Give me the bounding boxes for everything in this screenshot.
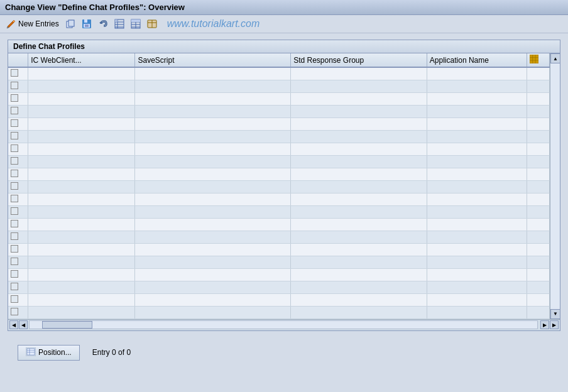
title-bar: Change View "Define Chat Profiles": Over… <box>0 0 568 15</box>
row-selector[interactable] <box>11 132 18 139</box>
title-text: Change View "Define Chat Profiles": Over… <box>5 3 185 12</box>
row-selector[interactable] <box>11 308 18 315</box>
cell-app-name <box>427 105 527 117</box>
svg-rect-1 <box>68 20 74 26</box>
panel-header: Define Chat Profiles <box>8 40 560 53</box>
scroll-down-button[interactable]: ▼ <box>550 309 560 319</box>
scroll-left-first-button[interactable]: ◀ <box>9 320 18 329</box>
cell-std-response <box>291 92 427 105</box>
cell-app-name <box>427 256 527 268</box>
cell-app-name <box>427 168 527 180</box>
toolbar: New Entries <box>0 15 568 33</box>
h-scroll-thumb[interactable] <box>42 321 92 329</box>
cell-settings <box>527 218 550 231</box>
table-icon2-button[interactable] <box>128 18 143 30</box>
cell-std-response <box>291 155 427 168</box>
row-selector[interactable] <box>11 119 18 127</box>
edit-icon-button[interactable]: New Entries <box>4 18 62 30</box>
cell-savescript <box>135 231 291 243</box>
table-row <box>8 92 550 105</box>
row-selector[interactable] <box>11 207 18 215</box>
row-selector[interactable] <box>11 182 18 190</box>
cell-settings <box>527 281 550 293</box>
row-selector[interactable] <box>11 283 18 290</box>
col-header-app-name[interactable]: Application Name <box>427 53 527 67</box>
table3-icon <box>147 19 157 29</box>
cell-settings <box>527 180 550 193</box>
undo-icon <box>98 19 108 29</box>
cell-std-response <box>291 80 427 92</box>
cell-app-name <box>427 306 527 318</box>
cell-std-response <box>291 67 427 80</box>
col-header-ic-webclient[interactable]: IC WebClient... <box>28 53 135 67</box>
row-selector[interactable] <box>11 94 18 102</box>
cell-std-response <box>291 256 427 268</box>
cell-savescript <box>135 67 291 80</box>
copy-button[interactable] <box>63 18 78 30</box>
cell-std-response <box>291 268 427 281</box>
cell-std-response <box>291 205 427 218</box>
row-selector-cell <box>8 306 28 318</box>
scroll-right-button[interactable]: ▶ <box>540 320 549 329</box>
svg-rect-5 <box>85 24 89 27</box>
row-selector[interactable] <box>11 144 18 152</box>
cell-savescript <box>135 105 291 117</box>
cell-std-response <box>291 281 427 293</box>
position-button[interactable]: Position... <box>18 345 80 361</box>
row-selector-cell <box>8 193 28 205</box>
cell-app-name <box>427 155 527 168</box>
row-selector[interactable] <box>11 107 18 114</box>
table-row <box>8 231 550 243</box>
cell-settings <box>527 256 550 268</box>
table-row <box>8 80 550 92</box>
cell-settings <box>527 306 550 318</box>
row-selector[interactable] <box>11 245 18 253</box>
cell-settings <box>527 243 550 256</box>
col-header-settings[interactable] <box>527 53 550 67</box>
row-selector[interactable] <box>11 157 18 165</box>
row-selector-cell <box>8 168 28 180</box>
new-entries-label: New Entries <box>18 19 59 28</box>
row-selector[interactable] <box>11 170 18 177</box>
main-content: Define Chat Profiles IC WebClient... Sav… <box>0 33 568 374</box>
table-row <box>8 155 550 168</box>
cell-savescript <box>135 130 291 143</box>
scroll-up-button[interactable]: ▲ <box>550 53 560 63</box>
cell-std-response <box>291 218 427 231</box>
table-icon3-button[interactable] <box>145 18 160 30</box>
col-header-std-response[interactable]: Std Response Group <box>291 53 427 67</box>
undo-button[interactable] <box>96 18 111 30</box>
row-selector[interactable] <box>11 232 18 240</box>
table-row <box>8 105 550 117</box>
col-header-savescript[interactable]: SaveScript <box>135 53 291 67</box>
row-selector[interactable] <box>11 195 18 202</box>
save-button[interactable] <box>79 18 94 30</box>
cell-settings <box>527 67 550 80</box>
svg-rect-22 <box>530 55 538 63</box>
scroll-left-button[interactable]: ◀ <box>19 320 28 329</box>
row-selector[interactable] <box>11 220 18 227</box>
cell-app-name <box>427 67 527 80</box>
cell-std-response <box>291 117 427 130</box>
table-icon1-button[interactable] <box>112 18 127 30</box>
cell-savescript <box>135 218 291 231</box>
cell-ic-webclient <box>28 92 135 105</box>
table-row <box>8 205 550 218</box>
row-selector-cell <box>8 130 28 143</box>
table-body <box>8 67 550 318</box>
row-selector[interactable] <box>11 69 18 77</box>
panel-title: Define Chat Profiles <box>13 42 85 51</box>
scroll-right-last-button[interactable]: ▶ <box>550 320 559 329</box>
cell-ic-webclient <box>28 306 135 318</box>
cell-settings <box>527 155 550 168</box>
settings-grid-icon <box>530 55 538 63</box>
row-selector[interactable] <box>11 82 18 89</box>
row-selector[interactable] <box>11 258 18 265</box>
row-selector[interactable] <box>11 295 18 303</box>
cell-ic-webclient <box>28 218 135 231</box>
row-selector-cell <box>8 143 28 155</box>
svg-rect-3 <box>84 19 87 23</box>
row-selector[interactable] <box>11 270 18 278</box>
row-selector-cell <box>8 268 28 281</box>
scroll-track <box>550 63 560 309</box>
